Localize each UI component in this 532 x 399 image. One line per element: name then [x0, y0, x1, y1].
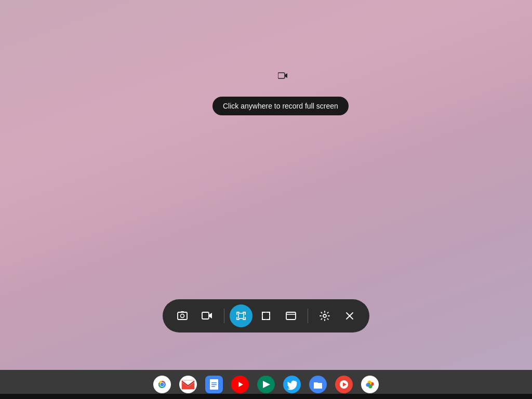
svg-rect-3 [181, 311, 184, 313]
taskbar-twitter[interactable] [280, 373, 304, 396]
svg-point-14 [161, 383, 164, 387]
settings-button[interactable] [313, 304, 336, 327]
svg-rect-1 [178, 312, 187, 320]
bottom-bezel [0, 394, 532, 399]
record-tooltip: Click anywhere to record full screen [212, 97, 349, 115]
toolbar-divider-1 [224, 309, 224, 323]
svg-rect-26 [314, 383, 322, 389]
taskbar-photos[interactable] [358, 373, 382, 396]
svg-rect-21 [211, 386, 215, 387]
svg-point-8 [323, 314, 326, 317]
video-cursor-icon [278, 72, 288, 80]
partial-screen-button[interactable] [255, 304, 277, 327]
taskbar-tv[interactable] [332, 373, 356, 396]
screenshot-button[interactable] [171, 304, 194, 327]
capture-toolbar [163, 299, 369, 332]
svg-rect-4 [202, 312, 209, 319]
taskbar-files[interactable] [306, 373, 330, 396]
svg-rect-5 [238, 313, 244, 318]
desktop[interactable]: Click anywhere to record full screen [0, 0, 532, 374]
taskbar-docs[interactable] [202, 373, 226, 396]
close-button[interactable] [338, 304, 361, 327]
fullscreen-record-button[interactable] [230, 304, 252, 327]
taskbar-playstore[interactable] [254, 373, 278, 396]
taskbar-chrome[interactable] [150, 373, 174, 396]
tooltip-text: Click anywhere to record full screen [223, 102, 338, 110]
svg-rect-19 [211, 382, 217, 383]
window-button[interactable] [280, 304, 302, 327]
taskbar-gmail[interactable] [176, 373, 200, 396]
toolbar-divider-2 [308, 309, 308, 323]
svg-rect-20 [211, 384, 217, 385]
video-record-button[interactable] [196, 304, 219, 327]
svg-rect-6 [286, 312, 296, 320]
svg-point-2 [181, 314, 184, 318]
taskbar-youtube[interactable] [228, 373, 252, 396]
svg-rect-0 [278, 73, 285, 78]
